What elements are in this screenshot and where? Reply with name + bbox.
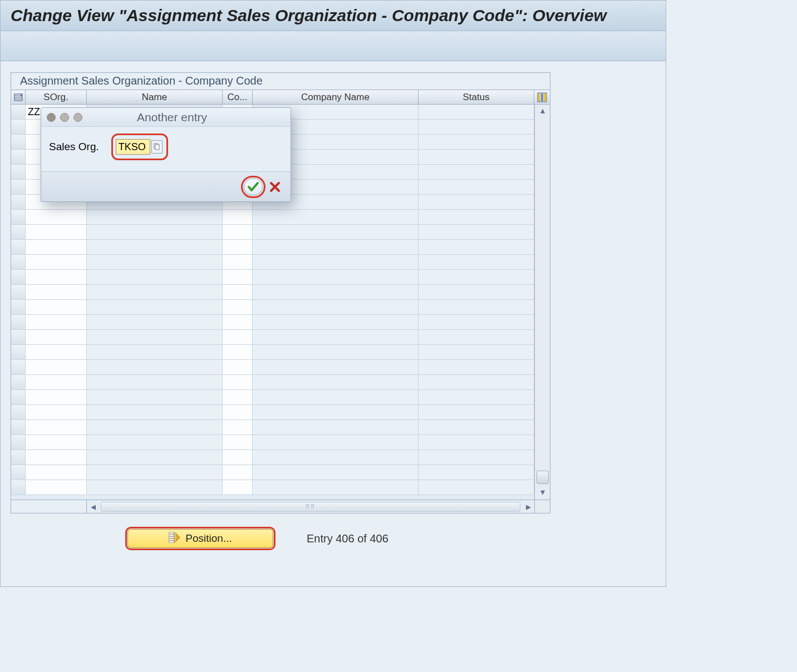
cell-ccode[interactable]	[223, 435, 253, 449]
row-selector[interactable]	[11, 420, 26, 434]
table-row[interactable]	[11, 240, 534, 255]
row-selector[interactable]	[11, 465, 26, 480]
row-selector[interactable]	[11, 450, 26, 465]
window-controls[interactable]	[47, 113, 82, 122]
row-selector[interactable]	[11, 300, 26, 314]
row-selector[interactable]	[11, 105, 26, 119]
cell-ccode[interactable]	[223, 330, 253, 344]
cell-ccode[interactable]	[223, 255, 253, 269]
table-row[interactable]	[11, 360, 534, 375]
table-row[interactable]	[11, 330, 534, 345]
position-button[interactable]: Position...	[127, 529, 273, 548]
cell-sorg[interactable]	[26, 375, 87, 389]
scroll-up-icon[interactable]: ▴	[537, 106, 548, 117]
cell-sorg[interactable]	[26, 330, 87, 344]
cell-ccode[interactable]	[223, 420, 253, 434]
cell-sorg[interactable]	[26, 315, 87, 329]
row-selector[interactable]	[11, 390, 26, 404]
row-selector[interactable]	[11, 180, 26, 194]
row-selector[interactable]	[11, 315, 26, 329]
horizontal-scrollbar[interactable]: ◂ ⠿⠿ ▸	[87, 500, 534, 513]
table-row[interactable]	[11, 270, 534, 285]
cell-ccode[interactable]	[223, 300, 253, 314]
row-selector[interactable]	[11, 165, 26, 179]
table-row[interactable]	[11, 405, 534, 420]
row-selector[interactable]	[11, 360, 26, 374]
row-selector[interactable]	[11, 285, 26, 299]
row-selector[interactable]	[11, 225, 26, 239]
row-selector[interactable]	[11, 135, 26, 149]
sales-org-input[interactable]	[116, 139, 150, 155]
table-row[interactable]	[11, 285, 534, 300]
cell-ccode[interactable]	[223, 210, 253, 224]
cell-sorg[interactable]	[26, 405, 87, 419]
row-selector[interactable]	[11, 435, 26, 449]
cell-ccode[interactable]	[223, 360, 253, 374]
scroll-left-icon[interactable]: ◂	[87, 501, 99, 513]
cell-sorg[interactable]	[26, 450, 87, 465]
confirm-button[interactable]	[244, 179, 263, 195]
cell-sorg[interactable]	[26, 255, 87, 269]
cell-ccode[interactable]	[223, 450, 253, 465]
cell-ccode[interactable]	[223, 315, 253, 329]
cell-sorg[interactable]	[26, 240, 87, 254]
window-close-icon[interactable]	[47, 113, 56, 122]
column-name[interactable]: Name	[87, 90, 223, 104]
table-row[interactable]	[11, 435, 534, 450]
cell-sorg[interactable]	[26, 300, 87, 314]
cell-sorg[interactable]	[26, 420, 87, 434]
cell-ccode[interactable]	[223, 285, 253, 299]
cell-ccode[interactable]	[223, 345, 253, 359]
cell-ccode[interactable]	[223, 270, 253, 284]
scroll-thumb[interactable]	[537, 471, 549, 484]
cell-sorg[interactable]	[26, 480, 87, 495]
cell-ccode[interactable]	[223, 405, 253, 419]
cell-ccode[interactable]	[223, 390, 253, 404]
window-minimize-icon[interactable]	[60, 113, 69, 122]
table-row[interactable]	[11, 315, 534, 330]
table-row[interactable]	[11, 465, 534, 480]
cell-ccode[interactable]	[223, 465, 253, 480]
row-selector[interactable]	[11, 255, 26, 269]
row-selector[interactable]	[11, 150, 26, 164]
table-row[interactable]	[11, 225, 534, 240]
table-row[interactable]	[11, 255, 534, 270]
table-row[interactable]	[11, 480, 534, 495]
row-selector[interactable]	[11, 210, 26, 224]
table-row[interactable]	[11, 300, 534, 315]
table-row[interactable]	[11, 345, 534, 360]
column-company-name[interactable]: Company Name	[253, 90, 419, 104]
row-selector[interactable]	[11, 195, 26, 209]
scroll-right-icon[interactable]: ▸	[522, 501, 534, 513]
cell-ccode[interactable]	[223, 240, 253, 254]
scroll-down-icon[interactable]: ▾	[537, 487, 548, 498]
select-all-column[interactable]	[11, 90, 26, 104]
cancel-button[interactable]	[268, 179, 282, 195]
row-selector[interactable]	[11, 375, 26, 389]
cell-sorg[interactable]	[26, 210, 87, 224]
cell-sorg[interactable]	[26, 345, 87, 359]
table-row[interactable]	[11, 210, 534, 225]
cell-ccode[interactable]	[223, 480, 253, 495]
search-help-button[interactable]	[151, 140, 163, 154]
row-selector[interactable]	[11, 345, 26, 359]
row-selector[interactable]	[11, 240, 26, 254]
cell-sorg[interactable]	[26, 390, 87, 404]
column-config-button[interactable]	[534, 90, 550, 104]
column-status[interactable]: Status	[419, 90, 534, 104]
table-row[interactable]	[11, 450, 534, 465]
table-row[interactable]	[11, 375, 534, 390]
cell-sorg[interactable]	[26, 285, 87, 299]
cell-sorg[interactable]	[26, 465, 87, 480]
window-zoom-icon[interactable]	[73, 113, 82, 122]
row-selector[interactable]	[11, 120, 26, 134]
row-selector[interactable]	[11, 405, 26, 419]
cell-ccode[interactable]	[223, 375, 253, 389]
cell-sorg[interactable]	[26, 225, 87, 239]
table-row[interactable]	[11, 390, 534, 405]
cell-sorg[interactable]	[26, 435, 87, 449]
table-row[interactable]	[11, 420, 534, 435]
cell-ccode[interactable]	[223, 225, 253, 239]
row-selector[interactable]	[11, 480, 26, 495]
cell-sorg[interactable]	[26, 270, 87, 284]
